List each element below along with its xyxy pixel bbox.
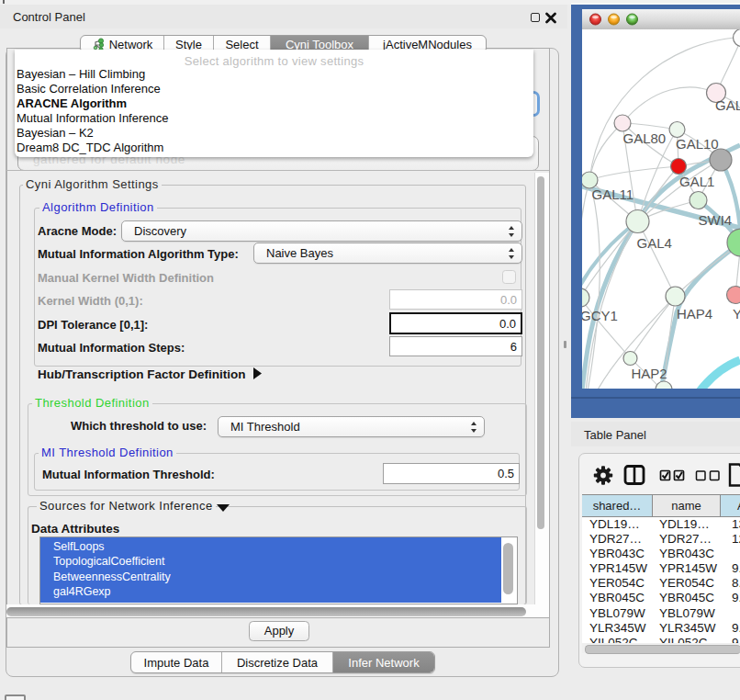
svg-text:Y: Y [733,306,740,322]
svg-text:HAP2: HAP2 [632,366,667,381]
svg-text:GAL7: GAL7 [715,97,740,113]
svg-text:GCY1: GCY1 [582,308,618,323]
svg-text:GAL4: GAL4 [637,235,672,251]
svg-text:GAL10: GAL10 [676,136,719,152]
svg-text:GAL1: GAL1 [679,174,714,189]
svg-text:GAL80: GAL80 [623,130,667,146]
svg-text:SWI4: SWI4 [699,212,733,228]
svg-text:GAL11: GAL11 [592,186,634,202]
svg-text:HAP4: HAP4 [677,306,712,322]
